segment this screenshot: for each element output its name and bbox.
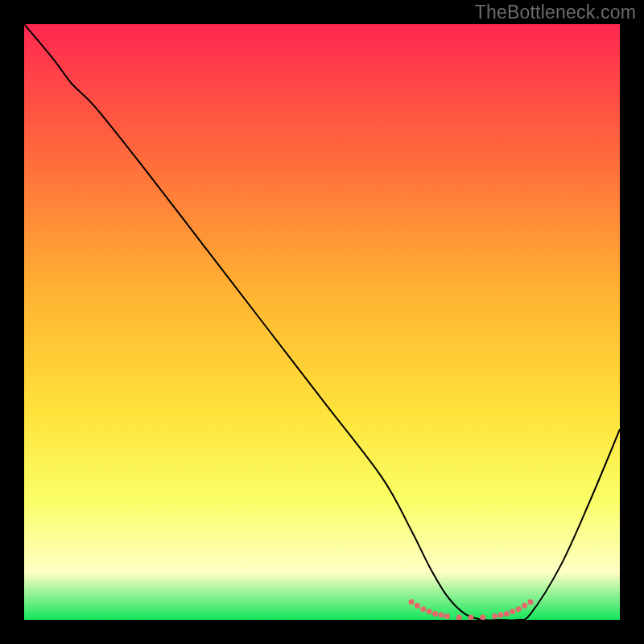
valley-bead: [528, 599, 534, 605]
valley-bead: [420, 606, 426, 612]
valley-bead: [439, 613, 444, 618]
valley-bead: [522, 603, 527, 609]
valley-bead: [504, 611, 510, 617]
chart-frame: TheBottleneck.com: [0, 0, 644, 644]
valley-bead: [415, 603, 420, 609]
watermark-label: TheBottleneck.com: [475, 2, 636, 23]
chart-plot: [24, 24, 620, 620]
gradient-background: [24, 24, 620, 620]
valley-bead: [510, 609, 515, 614]
valley-bead: [444, 613, 450, 619]
valley-bead: [492, 613, 497, 619]
valley-bead: [427, 609, 432, 614]
chart-svg: [24, 24, 620, 620]
valley-bead: [432, 611, 438, 617]
valley-bead: [498, 613, 504, 618]
valley-bead: [409, 599, 415, 605]
valley-bead: [516, 606, 522, 612]
